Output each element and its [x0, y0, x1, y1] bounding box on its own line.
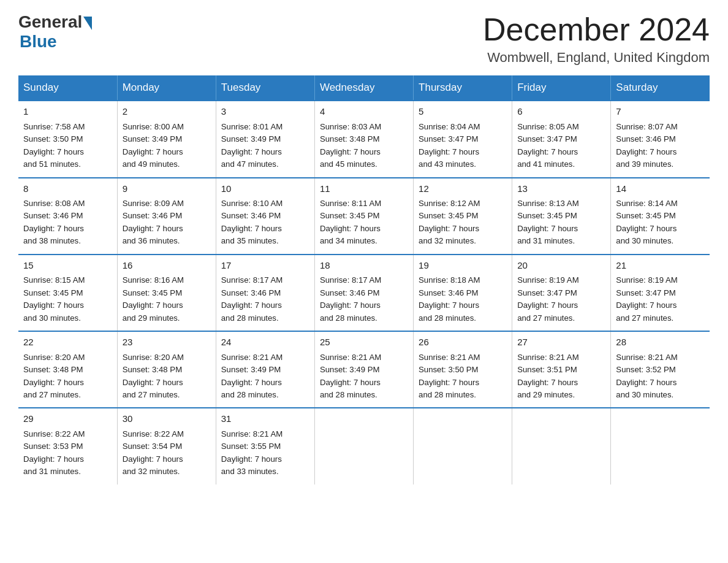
calendar-cell	[414, 408, 512, 484]
calendar-week-row: 22Sunrise: 8:20 AM Sunset: 3:48 PM Dayli…	[18, 331, 710, 408]
day-info: Sunrise: 8:15 AM Sunset: 3:45 PM Dayligh…	[23, 274, 112, 324]
calendar-cell: 11Sunrise: 8:11 AM Sunset: 3:45 PM Dayli…	[314, 178, 413, 255]
day-number: 27	[517, 335, 605, 350]
calendar-cell: 17Sunrise: 8:17 AM Sunset: 3:46 PM Dayli…	[216, 255, 314, 331]
day-number: 18	[320, 259, 408, 273]
day-info: Sunrise: 8:10 AM Sunset: 3:46 PM Dayligh…	[221, 197, 309, 248]
day-info: Sunrise: 8:08 AM Sunset: 3:46 PM Dayligh…	[23, 197, 112, 248]
day-info: Sunrise: 8:21 AM Sunset: 3:50 PM Dayligh…	[419, 351, 507, 402]
day-info: Sunrise: 8:17 AM Sunset: 3:46 PM Dayligh…	[320, 274, 408, 324]
day-number: 12	[419, 182, 507, 196]
day-number: 2	[123, 105, 211, 119]
page-subtitle: Wombwell, England, United Kingdom	[483, 50, 710, 66]
calendar-cell: 3Sunrise: 8:01 AM Sunset: 3:49 PM Daylig…	[216, 101, 314, 177]
day-number: 28	[616, 335, 705, 350]
day-info: Sunrise: 8:05 AM Sunset: 3:47 PM Dayligh…	[517, 121, 605, 171]
day-info: Sunrise: 8:04 AM Sunset: 3:47 PM Dayligh…	[419, 121, 507, 171]
calendar-cell: 12Sunrise: 8:12 AM Sunset: 3:45 PM Dayli…	[414, 178, 512, 255]
calendar-cell	[512, 408, 611, 484]
day-info: Sunrise: 8:20 AM Sunset: 3:48 PM Dayligh…	[123, 351, 211, 402]
day-number: 31	[221, 412, 309, 426]
logo-general-text: General	[18, 12, 82, 32]
page-header: General Blue December 2024 Wombwell, Eng…	[18, 12, 710, 66]
page-title: December 2024	[483, 12, 710, 47]
day-number: 6	[517, 105, 605, 119]
day-info: Sunrise: 8:21 AM Sunset: 3:49 PM Dayligh…	[320, 351, 408, 402]
column-header-friday: Friday	[512, 75, 611, 101]
calendar-week-row: 29Sunrise: 8:22 AM Sunset: 3:53 PM Dayli…	[18, 408, 710, 484]
day-info: Sunrise: 8:09 AM Sunset: 3:46 PM Dayligh…	[123, 197, 211, 248]
calendar-cell: 19Sunrise: 8:18 AM Sunset: 3:46 PM Dayli…	[414, 255, 512, 331]
day-number: 7	[616, 105, 705, 119]
day-info: Sunrise: 8:12 AM Sunset: 3:45 PM Dayligh…	[419, 197, 507, 248]
day-number: 16	[123, 259, 211, 273]
column-header-saturday: Saturday	[611, 75, 710, 101]
day-number: 1	[23, 105, 112, 119]
title-section: December 2024 Wombwell, England, United …	[483, 12, 710, 66]
calendar-cell	[611, 408, 710, 484]
calendar-cell: 23Sunrise: 8:20 AM Sunset: 3:48 PM Dayli…	[117, 331, 216, 408]
day-info: Sunrise: 8:17 AM Sunset: 3:46 PM Dayligh…	[221, 274, 309, 324]
day-number: 30	[123, 412, 211, 426]
logo-blue-text: Blue	[20, 32, 57, 52]
column-header-tuesday: Tuesday	[216, 75, 314, 101]
day-number: 24	[221, 335, 309, 350]
column-header-thursday: Thursday	[414, 75, 512, 101]
day-number: 22	[23, 335, 112, 350]
day-info: Sunrise: 8:11 AM Sunset: 3:45 PM Dayligh…	[320, 197, 408, 248]
logo-triangle-icon	[83, 17, 92, 30]
calendar-cell	[314, 408, 413, 484]
day-number: 23	[123, 335, 211, 350]
day-number: 4	[320, 105, 408, 119]
day-number: 26	[419, 335, 507, 350]
calendar-cell: 28Sunrise: 8:21 AM Sunset: 3:52 PM Dayli…	[611, 331, 710, 408]
calendar-cell: 20Sunrise: 8:19 AM Sunset: 3:47 PM Dayli…	[512, 255, 611, 331]
day-info: Sunrise: 8:13 AM Sunset: 3:45 PM Dayligh…	[517, 197, 605, 248]
calendar-cell: 7Sunrise: 8:07 AM Sunset: 3:46 PM Daylig…	[611, 101, 710, 177]
calendar-cell: 16Sunrise: 8:16 AM Sunset: 3:45 PM Dayli…	[117, 255, 216, 331]
calendar-cell: 31Sunrise: 8:21 AM Sunset: 3:55 PM Dayli…	[216, 408, 314, 484]
calendar-cell: 14Sunrise: 8:14 AM Sunset: 3:45 PM Dayli…	[611, 178, 710, 255]
day-number: 3	[221, 105, 309, 119]
calendar-cell: 18Sunrise: 8:17 AM Sunset: 3:46 PM Dayli…	[314, 255, 413, 331]
day-number: 20	[517, 259, 605, 273]
calendar-cell: 9Sunrise: 8:09 AM Sunset: 3:46 PM Daylig…	[117, 178, 216, 255]
day-info: Sunrise: 8:16 AM Sunset: 3:45 PM Dayligh…	[123, 274, 211, 324]
day-info: Sunrise: 8:00 AM Sunset: 3:49 PM Dayligh…	[123, 121, 211, 171]
logo: General Blue	[18, 12, 92, 52]
calendar-cell: 8Sunrise: 8:08 AM Sunset: 3:46 PM Daylig…	[18, 178, 117, 255]
calendar-cell: 24Sunrise: 8:21 AM Sunset: 3:49 PM Dayli…	[216, 331, 314, 408]
calendar-table: SundayMondayTuesdayWednesdayThursdayFrid…	[18, 75, 710, 484]
calendar-cell: 29Sunrise: 8:22 AM Sunset: 3:53 PM Dayli…	[18, 408, 117, 484]
calendar-cell: 21Sunrise: 8:19 AM Sunset: 3:47 PM Dayli…	[611, 255, 710, 331]
day-info: Sunrise: 8:21 AM Sunset: 3:55 PM Dayligh…	[221, 428, 309, 478]
calendar-cell: 1Sunrise: 7:58 AM Sunset: 3:50 PM Daylig…	[18, 101, 117, 177]
day-number: 15	[23, 259, 112, 273]
day-number: 10	[221, 182, 309, 196]
calendar-week-row: 1Sunrise: 7:58 AM Sunset: 3:50 PM Daylig…	[18, 101, 710, 177]
day-number: 9	[123, 182, 211, 196]
day-number: 13	[517, 182, 605, 196]
day-info: Sunrise: 8:20 AM Sunset: 3:48 PM Dayligh…	[23, 351, 112, 402]
day-number: 19	[419, 259, 507, 273]
day-info: Sunrise: 8:21 AM Sunset: 3:51 PM Dayligh…	[517, 351, 605, 402]
day-info: Sunrise: 8:19 AM Sunset: 3:47 PM Dayligh…	[616, 274, 705, 324]
day-info: Sunrise: 8:22 AM Sunset: 3:54 PM Dayligh…	[123, 428, 211, 478]
column-header-wednesday: Wednesday	[314, 75, 413, 101]
day-number: 5	[419, 105, 507, 119]
calendar-cell: 15Sunrise: 8:15 AM Sunset: 3:45 PM Dayli…	[18, 255, 117, 331]
column-header-sunday: Sunday	[18, 75, 117, 101]
column-header-monday: Monday	[117, 75, 216, 101]
calendar-week-row: 15Sunrise: 8:15 AM Sunset: 3:45 PM Dayli…	[18, 255, 710, 331]
day-info: Sunrise: 8:18 AM Sunset: 3:46 PM Dayligh…	[419, 274, 507, 324]
calendar-cell: 2Sunrise: 8:00 AM Sunset: 3:49 PM Daylig…	[117, 101, 216, 177]
calendar-cell: 10Sunrise: 8:10 AM Sunset: 3:46 PM Dayli…	[216, 178, 314, 255]
day-number: 21	[616, 259, 705, 273]
day-info: Sunrise: 8:14 AM Sunset: 3:45 PM Dayligh…	[616, 197, 705, 248]
day-info: Sunrise: 8:21 AM Sunset: 3:52 PM Dayligh…	[616, 351, 705, 402]
day-number: 11	[320, 182, 408, 196]
calendar-cell: 22Sunrise: 8:20 AM Sunset: 3:48 PM Dayli…	[18, 331, 117, 408]
day-info: Sunrise: 8:22 AM Sunset: 3:53 PM Dayligh…	[23, 428, 112, 478]
day-number: 14	[616, 182, 705, 196]
day-number: 25	[320, 335, 408, 350]
